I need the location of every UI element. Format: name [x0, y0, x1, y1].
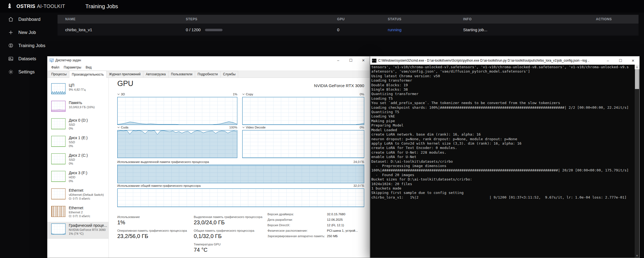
tab-пользователи[interactable]: Пользователи — [168, 71, 195, 78]
gpu-panel: GPU NVIDIA GeForce RTX 3090 3D1%Copy0%Cu… — [117, 79, 364, 258]
tab-подробности[interactable]: Подробности — [195, 71, 221, 78]
job-row[interactable]: chirbo_lora_v10 / 12000runningStarting j… — [58, 24, 639, 36]
chart-value: 0% — [360, 93, 364, 96]
console-line: Loading transformer — [371, 78, 635, 83]
perf-thumbnail — [51, 136, 65, 147]
chevron-down-icon[interactable] — [117, 127, 120, 128]
console-line: chirbo_lora_v1: 1%|2 | 9/1200 [01:37<3:1… — [371, 195, 635, 200]
console-line: Bucket sizes for D:\ai-toolkit\datasets/… — [371, 177, 635, 182]
tab-автозагрузка[interactable]: Автозагрузка — [143, 71, 169, 78]
console-scrollbar[interactable]: ∧ ∨ — [635, 65, 639, 258]
scrollbar-thumb[interactable] — [635, 69, 639, 89]
tab-журнал-приложений[interactable]: Журнал приложений — [106, 71, 143, 78]
perf-thumbnail — [51, 171, 65, 182]
column-header-actions: ACTIONS — [569, 17, 639, 21]
perf-item-title: Ethernet — [69, 188, 104, 193]
console-line: Making pipe — [371, 119, 635, 123]
menu-item-файл[interactable]: Файл — [49, 65, 62, 69]
scroll-down-icon[interactable]: ∨ — [635, 253, 639, 258]
column-header-status: STATUS — [380, 17, 455, 21]
detail-row: Зарезервированная аппаратно память:250 М… — [267, 234, 364, 238]
console-line: - Preprocessing image dimensions — [371, 164, 635, 168]
stat-label: Выделенная память графического процессор… — [194, 215, 265, 219]
menu-item-параметры[interactable]: Параметры — [62, 65, 84, 69]
brain-icon — [8, 42, 14, 48]
perf-item-line2: NVIDIA GeForce RTX 3090 — [69, 228, 107, 231]
perf-item-text: Графический проце...NVIDIA GeForce RTX 3… — [69, 223, 107, 235]
tab-службы[interactable]: Службы — [220, 71, 238, 78]
gpu-panel-title: GPU — [117, 79, 133, 88]
console-line: Model Loaded — [371, 128, 635, 132]
console-line: Preparing Model — [371, 123, 635, 128]
plus-icon — [8, 29, 14, 35]
menu-item-вид[interactable]: Вид — [83, 65, 94, 69]
stat-value: 0,1/32,0 ГБ — [194, 233, 265, 239]
sparkline — [52, 154, 65, 164]
sparkline — [118, 165, 364, 183]
brand-bold: OSTRIS — [16, 4, 35, 9]
chart-label: Video Decode0% — [242, 126, 364, 129]
console-line: Dataset: D:\ai-toolkit\datasets/crirbo — [371, 159, 635, 164]
gpu-device-name: NVIDIA GeForce RTX 3090 — [314, 83, 364, 88]
console-line: Loading VAE — [371, 114, 635, 119]
perf-item-text: Диск 0 (D:)SSD0% — [69, 118, 88, 130]
stat-value: 1% — [117, 219, 191, 226]
cmd-titlebar[interactable]: C:\_ C:\Windows\system32\cmd.exe - D:\ai… — [370, 56, 639, 65]
perf-item-память[interactable]: Память10,0/63,9 ГБ (16%) — [47, 99, 109, 116]
console-line: enable LoRA for U-Net — [371, 155, 635, 159]
detail-value: 12.06.2025 — [327, 218, 343, 221]
chart-label: 3D1% — [117, 93, 237, 96]
detail-label: Зарезервированная аппаратно память: — [267, 234, 327, 238]
perf-item-ethernet[interactable]: EthernetEthernet 2О: 0 П: 0 кбит/с — [47, 204, 109, 221]
sparkline — [243, 97, 364, 125]
sparkline — [243, 130, 364, 158]
console-line: Loading checkpoint shards: 100%|########… — [371, 105, 635, 110]
console-line: 100%|###################################… — [371, 168, 635, 173]
chart-video-decode — [242, 130, 364, 158]
detail-value: 12 (FL 12.1) — [327, 223, 344, 227]
perf-item-цп[interactable]: ЦП9% 4,82 ГГц — [47, 82, 109, 99]
tab-производительность[interactable]: Производительность — [69, 71, 106, 78]
perf-item-line3: 0% — [69, 144, 88, 148]
perf-item-диск-3-f-[interactable]: Диск 3 (F:)HDD0% — [47, 169, 109, 186]
column-header-name: NAME — [58, 17, 178, 21]
tab-процессы[interactable]: Процессы — [49, 71, 69, 78]
minimize-button[interactable]: – — [332, 56, 344, 64]
perf-thumbnail — [51, 188, 65, 199]
sidebar-item-new-job[interactable]: New Job — [0, 26, 56, 39]
task-manager-titlebar[interactable]: Диспетчер задач – ☐ ✕ — [47, 56, 370, 64]
stat-label: Использование — [117, 215, 191, 219]
minimize-button[interactable]: – — [602, 56, 614, 65]
chevron-down-icon[interactable] — [242, 93, 245, 95]
column-header-info: INFO — [455, 17, 569, 21]
console-line: 1024x1024: 20 files — [371, 182, 635, 186]
screen: OSTRISAI-TOOLKIT Training Jobs Dashboard… — [0, 0, 644, 258]
maximize-button[interactable]: ☐ — [344, 56, 357, 64]
chart-name: Video Decode — [246, 126, 266, 129]
sidebar-item-training-jobs[interactable]: Training Jobs — [0, 39, 56, 52]
perf-item-text: EthernetEthernet 2О: 0 П: 0 кбит/с — [69, 206, 90, 218]
close-button[interactable]: ✕ — [357, 56, 370, 64]
chevron-down-icon[interactable] — [242, 127, 245, 128]
perf-item-диск-1-e-[interactable]: Диск 1 (E:)SSD0% — [47, 134, 109, 151]
perf-item-диск-0-d-[interactable]: Диск 0 (D:)SSD0% — [47, 117, 109, 134]
jobs-table-body: chirbo_lora_v10 / 12000runningStarting j… — [58, 24, 639, 36]
job-gpu-cell: 0 — [329, 27, 380, 32]
scroll-up-icon[interactable]: ∧ — [635, 65, 639, 69]
perf-item-ethernet[interactable]: EthernetvEthernet (Default Switch)О: 0 П… — [47, 187, 109, 204]
detail-value: 32.0.15.7680 — [327, 213, 345, 216]
gpu-stats-col1: Использование1%Оперативная память графич… — [117, 212, 191, 239]
perf-item-графический-проце-[interactable]: Графический проце...NVIDIA GeForce RTX 3… — [47, 222, 109, 239]
chevron-down-icon[interactable] — [117, 93, 120, 95]
stat-label: Общая память графического процессора — [194, 229, 265, 232]
gpu-stats: Использование1%Оперативная память графич… — [117, 212, 364, 256]
console-line: Single Blocks: 38 — [371, 87, 635, 92]
console-line: Using latest Chroma version: v50 — [371, 74, 635, 78]
sidebar-item-dashboard[interactable]: Dashboard — [0, 13, 56, 26]
maximize-button[interactable]: ☐ — [614, 56, 627, 65]
detail-label: Версия драйвера: — [267, 213, 327, 216]
close-button[interactable]: ✕ — [627, 56, 639, 65]
perf-item-title: Диск 1 (E:) — [69, 136, 88, 140]
task-manager-title: Диспетчер задач — [55, 58, 81, 62]
perf-item-диск-2-c-[interactable]: Диск 2 (C:)SSD0% — [47, 152, 109, 169]
